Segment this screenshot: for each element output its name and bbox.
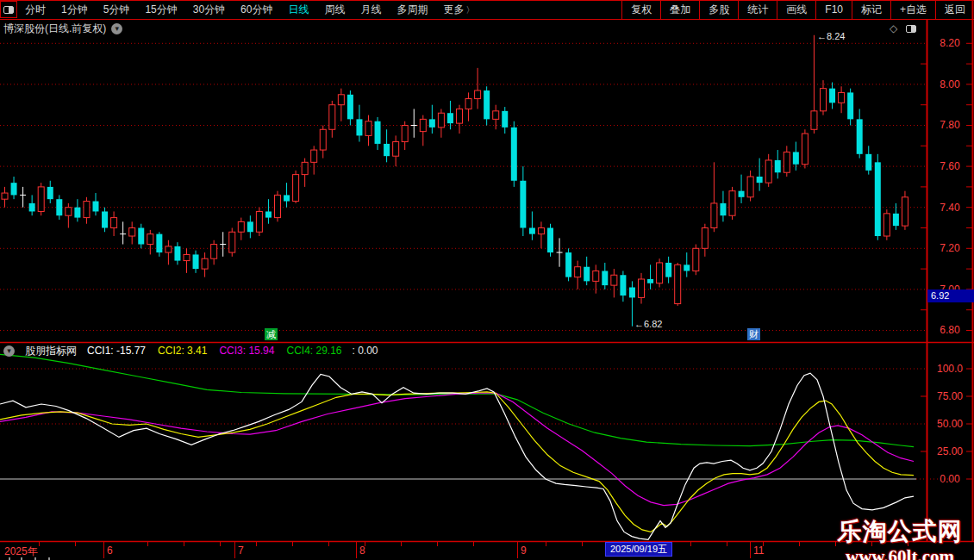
date-axis-label: 8 bbox=[359, 544, 365, 557]
chart-corner-icons: ◇ bbox=[890, 22, 916, 34]
cci-axis-label: 50.00 bbox=[927, 418, 972, 430]
indicator-extra-value: : 0.00 bbox=[353, 345, 378, 357]
date-axis-label: 6 bbox=[107, 544, 113, 557]
indicator-value: CCI1: -15.77 bbox=[87, 345, 146, 357]
low-annotation: ←6.82 bbox=[634, 319, 662, 329]
action-button-+自选[interactable]: +自选 bbox=[890, 0, 935, 19]
period-button-多周期[interactable]: 多周期 bbox=[389, 0, 435, 19]
date-axis-label: 9 bbox=[521, 544, 527, 557]
crosshair-date-badge: 2025/09/19五 bbox=[605, 542, 672, 557]
period-button-周线[interactable]: 周线 bbox=[316, 0, 353, 19]
action-button-复权[interactable]: 复权 bbox=[621, 0, 660, 19]
period-button-1分钟[interactable]: 1分钟 bbox=[53, 0, 96, 19]
stock-app-window: 分时1分钟5分钟15分钟30分钟60分钟日线周线月线多周期 更多〉 复权叠加多股… bbox=[0, 0, 974, 560]
date-axis-label: 7 bbox=[238, 544, 244, 557]
indicator-value: CCI4: 29.16 bbox=[286, 345, 341, 357]
diamond-icon[interactable]: ◇ bbox=[890, 22, 897, 34]
cci-axis-label: 100.0 bbox=[927, 363, 972, 375]
period-button-月线[interactable]: 月线 bbox=[353, 0, 389, 19]
price-axis-label: 8.20 bbox=[927, 37, 972, 49]
indicator-value: CCI2: 3.41 bbox=[158, 345, 207, 357]
more-label: 更多 bbox=[443, 3, 464, 16]
action-button-叠加[interactable]: 叠加 bbox=[660, 0, 699, 19]
action-button-F10[interactable]: F10 bbox=[815, 0, 852, 19]
period-buttons: 分时1分钟5分钟15分钟30分钟60分钟日线周线月线多周期 bbox=[17, 0, 435, 19]
high-annotation: ←8.24 bbox=[817, 31, 845, 41]
action-button-标记[interactable]: 标记 bbox=[852, 0, 890, 19]
indicator-name[interactable]: 股朋指标网 bbox=[25, 344, 77, 358]
pane-icon[interactable] bbox=[906, 25, 916, 33]
chevron-right-icon: 〉 bbox=[465, 5, 474, 15]
price-axis-label: 7.60 bbox=[927, 160, 972, 172]
period-button-60分钟[interactable]: 60分钟 bbox=[233, 0, 280, 19]
page-title: 博深股份(日线.前复权) bbox=[3, 22, 106, 36]
price-axis-label: 7.40 bbox=[927, 202, 972, 214]
period-button-日线[interactable]: 日线 bbox=[280, 0, 316, 19]
finance-event-badge[interactable]: 财 bbox=[747, 328, 760, 340]
layout-pane-icon[interactable] bbox=[0, 1, 17, 18]
current-price-badge: 6.92 bbox=[927, 289, 974, 302]
period-button-分时[interactable]: 分时 bbox=[17, 0, 53, 19]
pane-icon bbox=[3, 6, 14, 14]
reduce-event-badge[interactable]: 减 bbox=[265, 328, 278, 340]
period-button-30分钟[interactable]: 30分钟 bbox=[185, 0, 233, 19]
price-axis-label: 7.80 bbox=[927, 119, 972, 131]
action-button-多股[interactable]: 多股 bbox=[699, 0, 738, 19]
cci-axis-label: 25.00 bbox=[927, 445, 972, 457]
date-axis-label: 11 bbox=[753, 544, 764, 557]
period-button-15分钟[interactable]: 15分钟 bbox=[137, 0, 184, 19]
chevron-down-circle-icon[interactable]: ▾ bbox=[3, 345, 15, 357]
action-button-返回[interactable]: 返回 bbox=[935, 0, 974, 19]
cci-axis-label: 75.00 bbox=[927, 390, 972, 402]
indicator-values: CCI1: -15.77CCI2: 3.41CCI3: 15.94CCI4: 2… bbox=[87, 345, 342, 357]
indicator-value: CCI3: 15.94 bbox=[219, 345, 274, 357]
chevron-down-circle-icon[interactable]: ▾ bbox=[111, 23, 122, 34]
price-axis-label: 8.00 bbox=[927, 78, 972, 90]
action-button-统计[interactable]: 统计 bbox=[738, 0, 777, 19]
period-button-5分钟[interactable]: 5分钟 bbox=[96, 0, 138, 19]
price-axis-label: 6.80 bbox=[927, 324, 972, 336]
title-bar: 博深股份(日线.前复权) ▾ bbox=[3, 22, 122, 36]
cci-axis-label: 0.00 bbox=[927, 473, 972, 485]
action-button-画线[interactable]: 画线 bbox=[777, 0, 815, 19]
more-button[interactable]: 更多〉 bbox=[435, 0, 482, 20]
combined-chart bbox=[0, 0, 974, 560]
action-buttons: 复权叠加多股统计画线F10标记+自选返回 bbox=[621, 0, 974, 19]
period-toolbar: 分时1分钟5分钟15分钟30分钟60分钟日线周线月线多周期 更多〉 复权叠加多股… bbox=[0, 0, 974, 19]
indicator-header: ▾ 股朋指标网 CCI1: -15.77CCI2: 3.41CCI3: 15.9… bbox=[3, 344, 378, 358]
price-axis-label: 7.20 bbox=[927, 242, 972, 254]
